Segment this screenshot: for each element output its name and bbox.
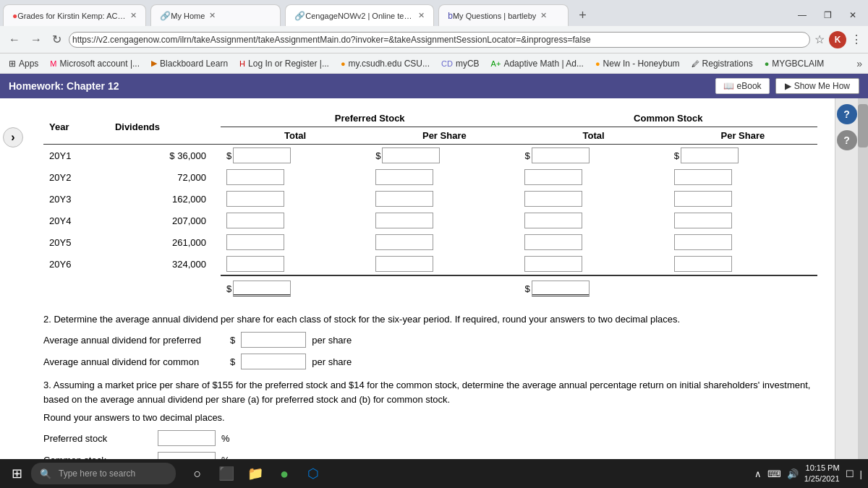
bookmark-mygbclaim[interactable]: ● MYGBCLAIM bbox=[762, 57, 827, 70]
search-icon: 🔍 bbox=[40, 468, 51, 479]
homework-title: Homework: Chapter 12 bbox=[9, 80, 119, 92]
bookmark-microsoft[interactable]: M Microsoft account |... bbox=[47, 57, 142, 70]
next-nav-arrow[interactable]: › bbox=[3, 127, 23, 147]
common-avg-input[interactable] bbox=[241, 354, 306, 369]
notification-icon[interactable]: ☐ bbox=[846, 468, 854, 479]
common-pershare-input-4[interactable] bbox=[674, 213, 732, 228]
bookmark-blackboard[interactable]: ▶ Blackboard Learn bbox=[148, 57, 231, 70]
common-total-input-5[interactable] bbox=[524, 234, 582, 250]
tab-grades-close[interactable]: ✕ bbox=[130, 11, 137, 20]
bookmark-adaptive[interactable]: A+ Adaptive Math | Ad... bbox=[488, 57, 587, 70]
back-button[interactable]: ← bbox=[6, 30, 23, 49]
common-stock-input[interactable] bbox=[158, 452, 216, 459]
common-avg-label: Average annual dividend for common bbox=[43, 356, 224, 367]
tab-cengage-icon: 🔗 bbox=[294, 11, 305, 21]
taskbar-explorer[interactable]: 📁 bbox=[242, 461, 268, 487]
scroll-thumb[interactable] bbox=[858, 104, 868, 147]
taskbar-cortana[interactable]: ○ bbox=[184, 461, 210, 487]
bookmark-honeybum[interactable]: ● New In - Honeybum bbox=[592, 57, 683, 70]
ebook-button[interactable]: 📖 eBook bbox=[715, 78, 770, 94]
year-cell: 20Y2 bbox=[43, 166, 109, 188]
pref-total-input-3[interactable] bbox=[226, 191, 284, 207]
common-pershare-input-1[interactable] bbox=[681, 147, 739, 163]
tab-myhome[interactable]: 🔗 My Home ✕ bbox=[150, 4, 281, 26]
address-bar[interactable] bbox=[69, 32, 810, 48]
common-stock-header: Common Stock bbox=[519, 110, 817, 127]
maximize-button[interactable]: ❐ bbox=[818, 10, 838, 20]
menu-icon[interactable]: ⋮ bbox=[851, 33, 862, 46]
pref-total-input-5[interactable] bbox=[226, 234, 284, 250]
profile-button[interactable]: K bbox=[829, 31, 846, 48]
common-total-sum-cell: $ bbox=[519, 275, 668, 299]
round-note: Round your answers to two decimal places… bbox=[43, 412, 817, 423]
new-tab-button[interactable]: + bbox=[573, 8, 592, 23]
preferred-avg-label: Average annual dividend for preferred bbox=[43, 335, 224, 346]
taskbar-taskview[interactable]: ⬛ bbox=[213, 461, 239, 487]
common-total-input-4[interactable] bbox=[524, 213, 582, 228]
show-me-how-button[interactable]: ▶ Show Me How bbox=[775, 78, 859, 94]
volume-icon[interactable]: 🔊 bbox=[787, 468, 799, 479]
pref-total-input-1[interactable] bbox=[233, 147, 291, 163]
taskbar-chrome[interactable]: ● bbox=[271, 461, 297, 487]
close-button[interactable]: ✕ bbox=[843, 10, 862, 20]
more-bookmarks-icon[interactable]: » bbox=[856, 58, 862, 69]
pref-total-input-6[interactable] bbox=[226, 256, 284, 272]
preferred-stock-input[interactable] bbox=[158, 430, 216, 446]
tab-bartleby-title: My Questions | bartleby bbox=[453, 12, 536, 20]
tab-grades[interactable]: ● Grades for Kirstin Kemp: ACCTG ✕ bbox=[3, 4, 146, 26]
dividends-cell: 162,000 bbox=[109, 188, 221, 210]
common-pershare-input-6[interactable] bbox=[674, 256, 732, 272]
year-cell: 20Y4 bbox=[43, 210, 109, 231]
bookmark-csudh[interactable]: ● my.csudh.edu CSU... bbox=[338, 57, 433, 70]
page-content: Homework: Chapter 12 📖 eBook ▶ Show Me H… bbox=[0, 74, 868, 459]
pref-pershare-input-3[interactable] bbox=[375, 191, 433, 207]
question-icon-circle[interactable]: ? bbox=[837, 130, 857, 150]
bookmark-apps[interactable]: ⊞ Apps bbox=[6, 57, 41, 70]
pref-pershare-input-2[interactable] bbox=[375, 169, 433, 185]
common-total-input-6[interactable] bbox=[524, 256, 582, 272]
chevron-up-icon[interactable]: ∧ bbox=[754, 468, 762, 479]
preferred-stock-header: Preferred Stock bbox=[221, 110, 519, 127]
tab-cengage[interactable]: 🔗 CengageNOWv2 | Online teachin ✕ bbox=[285, 4, 434, 26]
common-total-input-1[interactable] bbox=[532, 147, 590, 163]
browser-controls: — ❐ ✕ bbox=[792, 10, 868, 20]
common-total-input-2[interactable] bbox=[524, 169, 582, 185]
tab-bartleby-close[interactable]: ✕ bbox=[540, 11, 547, 20]
taskbar-search-input[interactable] bbox=[56, 466, 157, 481]
pref-pershare-input-4[interactable] bbox=[375, 213, 433, 228]
minimize-button[interactable]: — bbox=[792, 10, 812, 20]
common-pershare-input-5[interactable] bbox=[674, 234, 732, 250]
common-pershare-input-2[interactable] bbox=[674, 169, 732, 185]
pref-total-input-2[interactable] bbox=[226, 169, 284, 185]
refresh-button[interactable]: ↻ bbox=[49, 30, 64, 49]
pref-pershare-input-5[interactable] bbox=[375, 234, 433, 250]
taskbar-app-icons: ○ ⬛ 📁 ● ⬡ bbox=[184, 461, 326, 487]
preferred-per-share-header: Per Share bbox=[370, 127, 519, 145]
pref-total-sum-input[interactable] bbox=[233, 281, 291, 296]
tab-myhome-icon: 🔗 bbox=[160, 11, 171, 21]
common-total-sum-input[interactable] bbox=[532, 281, 590, 296]
common-avg-unit: per share bbox=[312, 356, 352, 367]
tab-myhome-close[interactable]: ✕ bbox=[209, 11, 216, 20]
common-total-input-3[interactable] bbox=[524, 191, 582, 207]
show-desktop-icon[interactable]: | bbox=[860, 468, 862, 479]
help-icon-circle[interactable]: ? bbox=[837, 104, 857, 124]
taskbar-search-bar[interactable]: 🔍 bbox=[31, 463, 176, 484]
taskbar-edge[interactable]: ⬡ bbox=[300, 461, 326, 487]
common-total-cell-1: $ bbox=[519, 145, 668, 167]
pref-pershare-input-6[interactable] bbox=[375, 256, 433, 272]
keyboard-icon[interactable]: ⌨ bbox=[767, 468, 781, 479]
scrollbar[interactable] bbox=[858, 98, 868, 459]
forward-button[interactable]: → bbox=[27, 30, 45, 49]
bookmark-login[interactable]: H Log In or Register |... bbox=[237, 57, 332, 70]
common-pershare-input-3[interactable] bbox=[674, 191, 732, 207]
pref-total-input-4[interactable] bbox=[226, 213, 284, 228]
bookmark-icon[interactable]: ☆ bbox=[814, 33, 825, 46]
bookmark-mycb[interactable]: CD myCB bbox=[438, 57, 482, 70]
pref-pershare-input-1[interactable] bbox=[382, 147, 440, 163]
start-button[interactable]: ⊞ bbox=[6, 463, 28, 484]
bookmark-registrations[interactable]: 🖉 Registrations bbox=[689, 57, 756, 70]
preferred-avg-input[interactable] bbox=[241, 332, 306, 348]
tab-bartleby[interactable]: b My Questions | bartleby ✕ bbox=[438, 4, 569, 26]
tab-cengage-close[interactable]: ✕ bbox=[418, 11, 425, 20]
